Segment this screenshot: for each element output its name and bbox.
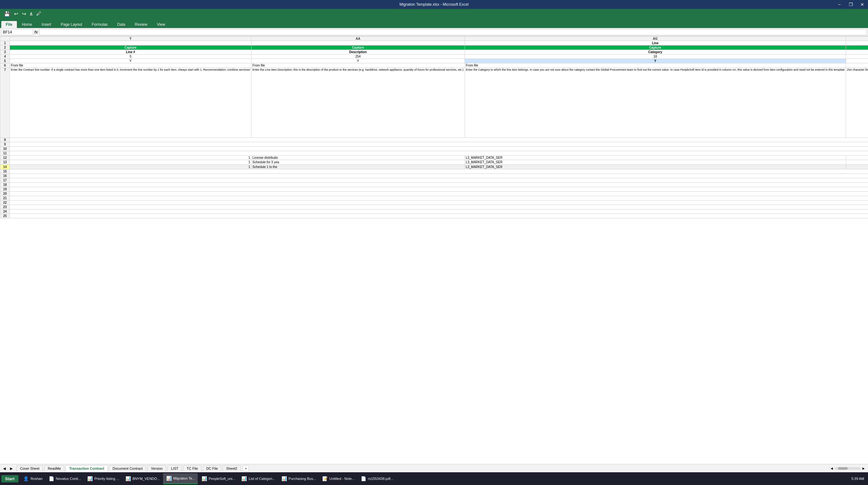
cell-Y3[interactable]: Line #	[10, 50, 252, 55]
taskbar-pdf[interactable]: 📄 rs1553438.pdf...	[358, 473, 396, 484]
sheet-nav-left[interactable]: ◄	[1, 466, 8, 471]
row-17: 17	[0, 178, 868, 182]
cell-Y2[interactable]: Capture	[10, 45, 252, 50]
tab-data[interactable]: Data	[113, 21, 130, 28]
novatus-icon: 📄	[49, 476, 55, 482]
taskbar-categories[interactable]: 📊 List of Categori...	[239, 473, 278, 484]
col-AG[interactable]: AG	[465, 37, 846, 41]
taskbar-migration[interactable]: 📊 Migration Te...	[163, 473, 198, 484]
scroll-arrow-left[interactable]: ◄	[830, 466, 834, 471]
scroll-arrow-right[interactable]: ►	[862, 466, 865, 471]
cell-AG1[interactable]: Line	[465, 41, 846, 45]
cell-AG5[interactable]: Y	[465, 59, 846, 63]
name-box[interactable]: BF14	[1, 29, 33, 35]
col-Y[interactable]: Y	[10, 37, 252, 41]
cell-AG3[interactable]: Category	[465, 50, 846, 55]
sheet-add-button[interactable]: +	[243, 465, 249, 472]
formula-fx[interactable]: fx	[34, 30, 38, 34]
col-AA[interactable]: AA	[251, 37, 465, 41]
close-button[interactable]: ✕	[857, 0, 868, 9]
tab-review[interactable]: Review	[130, 21, 152, 28]
cell-AA14[interactable]: Schedule 1 to the	[251, 165, 465, 169]
cell-AG2[interactable]: Capture	[465, 45, 846, 50]
formula-input[interactable]	[39, 29, 867, 35]
cell-Y4[interactable]: 5	[10, 55, 252, 59]
sheet-tab-cover[interactable]: Cover Sheet	[17, 465, 43, 471]
sheet-nav-right[interactable]: ►	[8, 466, 14, 471]
cell-AA2[interactable]: Capture	[251, 45, 465, 50]
start-button[interactable]: Start	[1, 475, 19, 482]
tab-insert[interactable]: Insert	[37, 21, 56, 28]
row-1: 1 Line Line Qtys Line Amounts PO Default…	[0, 41, 868, 45]
cell-AG13[interactable]: L3_MARKET_DATA_SER	[465, 160, 846, 165]
ribbon-tabs: File Home Insert Page Layout Formulas Da…	[0, 19, 868, 28]
cell-AH6[interactable]: Hide	[846, 63, 868, 68]
cell-AA3[interactable]: Description	[251, 50, 465, 55]
cell-AG7[interactable]: Enter the Category to which the line ite…	[465, 68, 846, 138]
col-AH[interactable]: AH	[846, 37, 868, 41]
cell-AH5[interactable]: N	[846, 59, 868, 63]
sheet-tab-sheet2[interactable]: Sheet2	[223, 465, 241, 471]
rownum-6: 6	[0, 63, 10, 68]
formula-bar: BF14 fx	[0, 28, 868, 36]
horizontal-scrollbar[interactable]	[835, 467, 860, 470]
row-14: 14 1 Schedule 1 to the L3_MARKET_DATA_SE…	[0, 165, 868, 169]
taskbar-purchasing-label: Purchasing Bus...	[288, 477, 316, 481]
cell-AH3[interactable]: Line Comments	[846, 50, 868, 55]
notepad-icon: 📝	[321, 476, 328, 482]
cell-AG4[interactable]: 18	[465, 55, 846, 59]
cell-AH13[interactable]	[846, 160, 868, 165]
cell-AH14[interactable]	[846, 165, 868, 169]
qa-file-icon[interactable]: 💾	[3, 10, 11, 18]
tab-formulas[interactable]: Formulas	[87, 21, 112, 28]
cell-AA5[interactable]: Y	[251, 59, 465, 63]
cell-AG6[interactable]: From file	[465, 63, 846, 68]
cell-AA7[interactable]: Enter the Line Item Description; this is…	[251, 68, 465, 138]
cell-Y13[interactable]: 1	[10, 160, 252, 165]
cell-Y5[interactable]: Y	[10, 59, 252, 63]
cell-AA4[interactable]: 254	[251, 55, 465, 59]
taskbar-categories-label: List of Categori...	[249, 477, 275, 481]
qa-save-icon[interactable]: ↩	[13, 10, 20, 18]
cell-Y6[interactable]: From file	[10, 63, 252, 68]
cell-AH4[interactable]: 2000	[846, 55, 868, 59]
qa-undo-icon[interactable]: ↪	[21, 10, 27, 18]
taskbar-peoplesoft[interactable]: 📊 PeopleSoft_uni...	[198, 473, 238, 484]
row-3: 3 Line # Description Category Line Comme…	[0, 50, 868, 55]
taskbar-roshan[interactable]: 👤 Roshan	[20, 473, 45, 484]
tab-home[interactable]: Home	[18, 21, 37, 28]
cell-Y12[interactable]: 1	[10, 156, 252, 160]
taskbar-purchasing[interactable]: 📊 Purchasing Bus...	[278, 473, 318, 484]
taskbar-notepad[interactable]: 📝 Untitled - Note...	[319, 473, 357, 484]
minimize-button[interactable]: −	[834, 0, 845, 9]
cell-AA6[interactable]: From file	[251, 63, 465, 68]
cell-AG12[interactable]: L3_MARKET_DATA_SER	[465, 156, 846, 160]
cell-AA13[interactable]: Schedule for 3 yea	[251, 160, 465, 165]
restore-button[interactable]: ❐	[845, 0, 857, 9]
cell-AA1[interactable]	[251, 41, 465, 45]
sheet-tab-version[interactable]: Version	[148, 465, 166, 471]
tab-view[interactable]: View	[153, 21, 170, 28]
sheet-tab-readme[interactable]: ReadMe	[44, 465, 65, 471]
taskbar-bnym[interactable]: 📊 BNYM_VENDO...	[122, 473, 162, 484]
cell-AH12[interactable]	[846, 156, 868, 160]
cell-Y7[interactable]: Enter the Contract line number. If a sin…	[10, 68, 252, 138]
cell-Y14[interactable]: 1	[10, 165, 252, 169]
tab-page-layout[interactable]: Page Layout	[56, 21, 87, 28]
tab-file[interactable]: File	[1, 21, 17, 28]
cell-AH2[interactable]: Optional capture	[846, 45, 868, 50]
sheet-tab-transaction[interactable]: Transaction Contract	[66, 465, 107, 471]
sheet-tab-list[interactable]: LIST	[167, 465, 182, 471]
cell-AH7[interactable]: 254 character limit. Completion of this …	[846, 68, 868, 138]
qa-font-icon[interactable]: A	[29, 11, 34, 16]
taskbar-priority[interactable]: 📊 Priority listing ...	[84, 473, 122, 484]
sheet-tab-tcfile[interactable]: TC File	[183, 465, 201, 471]
cell-AA12[interactable]: License distributio	[251, 156, 465, 160]
cell-AG14[interactable]: L3_MARKET_DATA_SER	[465, 165, 846, 169]
qa-pen-icon[interactable]: 🖊	[35, 10, 43, 17]
taskbar-novatus[interactable]: 📄 Novatus Contr...	[46, 473, 84, 484]
sheet-tab-document[interactable]: Document Contract	[109, 465, 146, 471]
cell-AH1[interactable]	[846, 41, 868, 45]
sheet-tab-dcfile[interactable]: DC File	[203, 465, 222, 471]
cell-Y1[interactable]	[10, 41, 252, 45]
